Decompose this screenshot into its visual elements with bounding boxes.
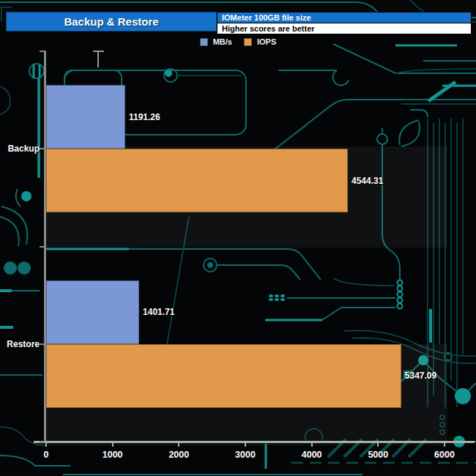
x-axis-tick-label-3000: 3000 xyxy=(235,450,256,460)
x-axis-tick-6000 xyxy=(444,441,445,447)
x-axis-tick-5000 xyxy=(377,441,379,447)
value-label-restore-mbs: 1401.71 xyxy=(143,307,174,317)
legend-swatch-mbs xyxy=(200,38,208,46)
x-axis-tick-label-0: 0 xyxy=(44,450,49,460)
y-axis-boundary-tick xyxy=(40,51,45,52)
x-axis-tick-label-6000: 6000 xyxy=(434,450,455,460)
legend-swatch-iops xyxy=(244,38,252,46)
bar-backup-mbs xyxy=(46,85,125,149)
value-label-backup-iops: 4544.31 xyxy=(352,176,383,186)
bar-restore-iops xyxy=(46,344,401,408)
x-axis-tick-4000 xyxy=(311,441,313,447)
y-axis-boundary-tick xyxy=(40,441,45,442)
category-label-backup: Backup xyxy=(0,144,40,154)
y-axis-boundary-tick xyxy=(40,246,45,248)
bar-backup-iops xyxy=(46,149,348,212)
legend-item-iops: IOPS xyxy=(244,37,276,46)
legend: MB/s IOPS xyxy=(0,36,476,48)
legend-label-mbs: MB/s xyxy=(213,37,232,46)
chart-subtitle: IOMeter 100GB file size xyxy=(217,12,472,23)
category-label-restore: Restore xyxy=(0,339,40,349)
x-axis-tick-0 xyxy=(45,441,47,447)
y-axis-tick xyxy=(40,148,45,149)
x-axis-line xyxy=(34,441,475,443)
chart-canvas: Backup & Restore IOMeter 100GB file size… xyxy=(0,0,476,476)
x-axis-tick-label-4000: 4000 xyxy=(302,450,322,460)
x-axis-tick-label-5000: 5000 xyxy=(368,450,388,460)
y-axis-tick xyxy=(40,343,45,345)
x-axis-tick-label-1000: 1000 xyxy=(103,450,123,460)
legend-item-mbs: MB/s xyxy=(200,37,232,46)
chart-title: Backup & Restore xyxy=(6,12,217,31)
x-axis-tick-2000 xyxy=(178,441,179,447)
x-axis-tick-label-2000: 2000 xyxy=(168,450,189,460)
value-label-restore-iops: 5347.09 xyxy=(405,371,436,381)
chart-title-text: Backup & Restore xyxy=(64,15,158,28)
x-axis-tick-3000 xyxy=(245,441,246,447)
chart-info-box: IOMeter 100GB file size Higher scores ar… xyxy=(217,12,472,34)
bar-restore-mbs xyxy=(46,280,139,344)
x-axis-tick-1000 xyxy=(112,441,114,447)
legend-label-iops: IOPS xyxy=(257,37,276,46)
chart-note: Higher scores are better xyxy=(217,23,472,34)
value-label-backup-mbs: 1191.26 xyxy=(129,112,160,122)
